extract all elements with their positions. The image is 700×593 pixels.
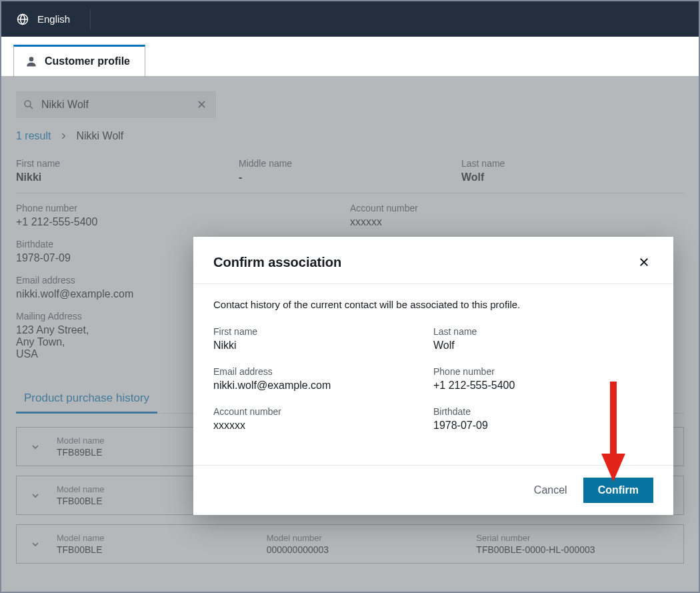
modal-phone-label: Phone number (433, 366, 653, 377)
app-window: English Customer profile ✕ 1 result Nikk… (0, 0, 700, 593)
svg-point-1 (29, 57, 34, 61)
person-icon (25, 55, 38, 68)
confirm-association-modal: Confirm association Contact history of t… (193, 237, 673, 515)
modal-first-name-label: First name (213, 326, 433, 337)
modal-first-name: Nikki (213, 340, 433, 352)
cancel-button[interactable]: Cancel (534, 484, 567, 496)
confirm-button-label: Confirm (598, 484, 639, 496)
modal-last-name-label: Last name (433, 326, 653, 337)
confirm-button[interactable]: Confirm (583, 478, 653, 503)
topbar: English (1, 1, 699, 37)
tab-label: Customer profile (45, 55, 130, 67)
modal-phone: +1 212-555-5400 (433, 380, 653, 392)
modal-account-label: Account number (213, 406, 433, 417)
tab-customer-profile[interactable]: Customer profile (13, 45, 145, 77)
modal-birthdate: 1978-07-09 (433, 420, 653, 432)
modal-description: Contact history of the current contact w… (213, 299, 653, 310)
modal-title: Confirm association (213, 255, 341, 270)
topbar-divider (90, 9, 91, 29)
modal-email-label: Email address (213, 366, 433, 377)
close-icon[interactable] (635, 253, 653, 271)
modal-email: nikki.wolf@example.com (213, 380, 433, 392)
globe-icon (16, 13, 29, 26)
language-selector[interactable]: English (37, 13, 70, 25)
tabstrip: Customer profile (1, 37, 699, 77)
modal-account: xxxxxx (213, 420, 433, 432)
modal-birthdate-label: Birthdate (433, 406, 653, 417)
modal-last-name: Wolf (433, 340, 653, 352)
